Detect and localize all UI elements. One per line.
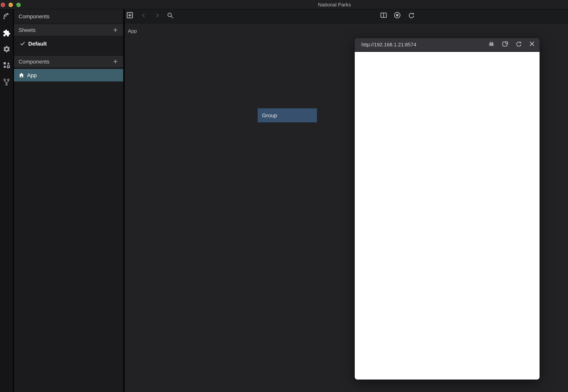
search-icon: [167, 12, 173, 20]
preview-page[interactable]: [355, 52, 540, 379]
main-toolbar: [125, 9, 568, 23]
preview-window: http://192.168.1.21:8574: [355, 38, 540, 379]
reload-icon: [408, 12, 414, 20]
section-header-sheets[interactable]: Sheets +: [14, 24, 123, 36]
sheet-item-label: Default: [28, 41, 47, 47]
group-component[interactable]: Group: [258, 108, 317, 122]
window-minimize-button[interactable]: [9, 2, 13, 7]
close-icon: [529, 41, 535, 48]
puzzle-icon: [2, 29, 10, 38]
preview-close-button[interactable]: [527, 40, 536, 49]
preview-reload-button[interactable]: [514, 40, 523, 49]
sidebar-divider: [123, 9, 125, 392]
shapes-icon: [2, 61, 10, 70]
bug-icon: [488, 41, 495, 49]
sidebar-panel-title-text: Components: [18, 13, 50, 19]
section-header-components[interactable]: Components +: [14, 55, 123, 68]
section-title-components: Components: [18, 58, 112, 65]
chevron-left-icon: [141, 12, 146, 20]
stop-icon: [394, 12, 401, 20]
component-item-label: App: [27, 72, 37, 78]
route-icon: [2, 12, 11, 22]
add-frame-button[interactable]: [125, 12, 134, 20]
home-icon: [18, 72, 24, 78]
titlebar: National Parks: [0, 0, 568, 9]
rail-item-version-control[interactable]: [2, 78, 11, 87]
git-branch-icon: [2, 78, 11, 88]
search-button[interactable]: [166, 12, 174, 20]
group-component-label: Group: [262, 112, 277, 118]
gear-icon: [2, 45, 10, 55]
sheet-item-default[interactable]: Default: [14, 38, 123, 49]
stop-button[interactable]: [393, 12, 401, 20]
component-item-app[interactable]: App: [14, 69, 123, 82]
window-title: National Parks: [318, 1, 351, 7]
add-sheet-button[interactable]: +: [112, 26, 118, 34]
minimize-icon: [9, 2, 13, 7]
back-button[interactable]: [139, 12, 148, 20]
inspect-element-button[interactable]: [500, 40, 510, 49]
split-view-icon: [380, 12, 387, 20]
inspect-element-icon: [501, 40, 508, 49]
split-view-button[interactable]: [379, 12, 388, 20]
reload-icon: [515, 41, 521, 49]
window-close-button[interactable]: [1, 2, 5, 7]
app-builder-window: National Parks: [0, 0, 568, 392]
add-component-button[interactable]: +: [112, 58, 118, 66]
add-frame-icon: [126, 12, 133, 20]
window-maximize-button[interactable]: [16, 2, 21, 7]
preview-urlbar: http://192.168.1.21:8574: [355, 38, 540, 51]
maximize-icon: [16, 2, 21, 7]
reload-app-button[interactable]: [407, 12, 415, 20]
close-icon: [1, 2, 5, 7]
url-input[interactable]: http://192.168.1.21:8574: [361, 42, 483, 48]
rail-item-route[interactable]: [2, 12, 11, 21]
rail-item-components[interactable]: [2, 29, 11, 38]
chevron-right-icon: [154, 12, 160, 20]
forward-button[interactable]: [153, 12, 161, 20]
debug-button[interactable]: [487, 40, 496, 49]
rail-item-settings[interactable]: [2, 45, 11, 55]
tab-app[interactable]: App: [128, 28, 137, 34]
rail-item-assets[interactable]: [2, 61, 11, 70]
sidebar-panel-title: Components: [14, 9, 123, 23]
section-title-sheets: Sheets: [18, 27, 112, 33]
checkmark-icon: [20, 41, 26, 47]
